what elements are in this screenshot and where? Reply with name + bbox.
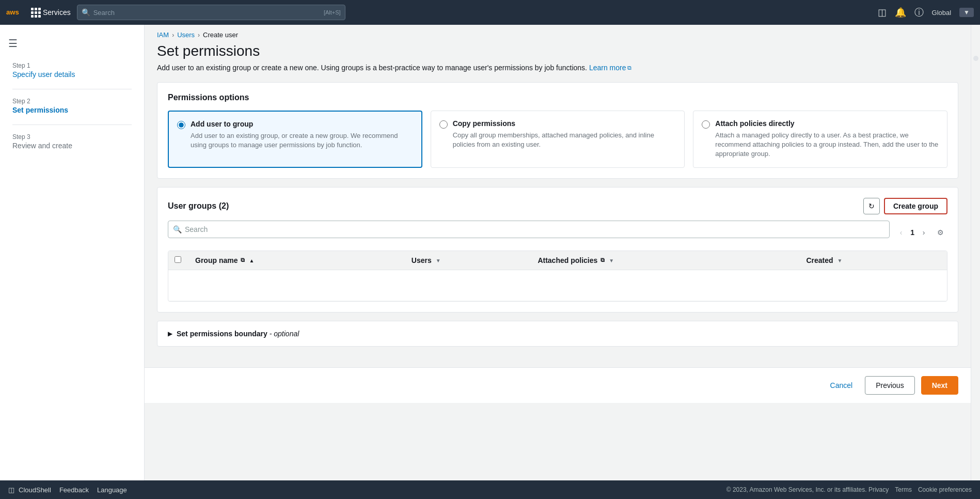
users-sort-icon[interactable]: [434, 257, 441, 263]
step-2-label: Step 2: [12, 98, 132, 105]
perm-radio-attach[interactable]: [702, 120, 710, 159]
perm-option-3-desc: Attach a managed policy directly to a us…: [715, 131, 939, 159]
groups-header: User groups (2) ↻ Create group: [168, 198, 947, 214]
perm-option-add-to-group[interactable]: Add user to group Add user to an existin…: [168, 111, 422, 168]
table-empty-cell: [168, 270, 947, 301]
groups-table-body: [168, 270, 947, 301]
step-list: Step 1 Specify user details Step 2 Set p…: [0, 54, 144, 168]
right-edge-dot: [973, 56, 978, 61]
search-bar[interactable]: 🔍 [Alt+S]: [77, 5, 345, 20]
main-layout: ☰ Step 1 Specify user details Step 2 Set…: [0, 25, 980, 480]
groups-search-wrap: 🔍: [168, 221, 890, 238]
col-attached-policies[interactable]: Attached policies ⧉: [531, 251, 800, 270]
groups-search-icon: 🔍: [173, 225, 182, 233]
step-3-name: Review and create: [12, 142, 132, 150]
bottom-bar-right: © 2023, Amazon Web Services, Inc. or its…: [135, 486, 972, 493]
select-all-checkbox[interactable]: [175, 256, 181, 263]
perm-radio-copy[interactable]: [439, 120, 448, 159]
breadcrumb-iam[interactable]: IAM: [157, 31, 169, 39]
help-icon[interactable]: ⓘ: [914, 6, 924, 19]
aws-logo[interactable]: aws: [6, 6, 25, 20]
perm-option-1-desc: Add user to an existing group, or create…: [191, 131, 413, 150]
step-1-item: Step 1 Specify user details: [12, 62, 132, 79]
terms-link[interactable]: Terms: [895, 486, 912, 493]
breadcrumb-current: Create user: [203, 31, 238, 39]
create-group-button[interactable]: Create group: [884, 198, 947, 214]
bottom-bar: ◫ CloudShell Feedback Language © 2023, A…: [0, 480, 980, 499]
table-empty-row: [168, 270, 947, 301]
cloudshell-label: CloudShell: [19, 486, 51, 494]
search-input[interactable]: [93, 9, 321, 17]
created-sort-icon[interactable]: [835, 257, 843, 263]
step-1-label: Step 1: [12, 62, 132, 69]
permissions-boundary-card: ▶ Set permissions boundary - optional: [157, 321, 958, 347]
page-description: Add user to an existing group or create …: [157, 64, 958, 72]
col-created[interactable]: Created: [800, 251, 947, 270]
step-1-link[interactable]: Specify user details: [12, 70, 75, 79]
attached-policies-sort-icon[interactable]: [607, 257, 614, 263]
groups-title: User groups (2): [168, 201, 229, 211]
col-select-all[interactable]: [168, 251, 189, 270]
page-title: Set permissions: [157, 43, 958, 59]
refresh-button[interactable]: ↻: [863, 198, 880, 214]
perm-option-1-text: Add user to group Add user to an existin…: [191, 120, 413, 159]
notifications-icon[interactable]: 🔔: [895, 7, 906, 18]
perm-option-2-desc: Copy all group memberships, attached man…: [453, 131, 676, 149]
sidebar: ☰ Step 1 Specify user details Step 2 Set…: [0, 25, 145, 480]
sidebar-menu-button[interactable]: ☰: [0, 33, 144, 54]
groups-table-header-row: Group name ⧉ Users: [168, 251, 947, 270]
footer-actions: Cancel Previous Next: [145, 367, 971, 403]
boundary-chevron-icon: ▶: [168, 330, 172, 337]
groups-table: Group name ⧉ Users: [168, 251, 947, 301]
next-page-button[interactable]: ›: [916, 225, 931, 240]
services-nav[interactable]: Services: [31, 8, 71, 18]
groups-search-input[interactable]: [168, 221, 890, 238]
prev-page-button[interactable]: ‹: [894, 225, 908, 240]
breadcrumb-users[interactable]: Users: [177, 31, 195, 39]
footer-links: Privacy Terms Cookie preferences: [868, 486, 972, 493]
search-icon: 🔍: [82, 8, 90, 17]
group-name-external-link-icon: ⧉: [241, 257, 245, 263]
cloudshell-button[interactable]: ◫ CloudShell: [8, 486, 51, 494]
col-group-name[interactable]: Group name ⧉: [189, 251, 405, 270]
groups-table-wrap: Group name ⧉ Users: [168, 251, 947, 302]
feedback-link[interactable]: Feedback: [59, 486, 89, 494]
step-1-divider: [12, 89, 132, 89]
group-name-sort-icon[interactable]: [247, 257, 254, 263]
svg-text:aws: aws: [6, 8, 19, 15]
page-number: 1: [910, 228, 914, 237]
main-content: IAM › Users › Create user Set permission…: [145, 25, 971, 480]
step-3-item: Step 3 Review and create: [12, 133, 132, 150]
language-link[interactable]: Language: [97, 486, 127, 494]
cancel-button[interactable]: Cancel: [824, 377, 859, 394]
previous-button[interactable]: Previous: [865, 376, 914, 395]
services-grid-icon: [31, 8, 41, 18]
perm-option-1-title: Add user to group: [191, 120, 413, 128]
boundary-header[interactable]: ▶ Set permissions boundary - optional: [168, 330, 947, 338]
page-body: Set permissions Add user to an existing …: [145, 43, 971, 367]
col-users[interactable]: Users: [405, 251, 532, 270]
breadcrumb-sep-2: ›: [198, 32, 200, 39]
privacy-link[interactable]: Privacy: [868, 486, 889, 493]
account-menu[interactable]: ▼: [959, 8, 974, 17]
search-shortcut: [Alt+S]: [324, 9, 341, 15]
user-groups-card: User groups (2) ↻ Create group 🔍: [157, 187, 958, 313]
step-3-label: Step 3: [12, 133, 132, 141]
breadcrumb-sep-1: ›: [172, 32, 174, 39]
groups-pagination: ‹ 1 › ⚙: [894, 225, 947, 240]
learn-more-link[interactable]: Learn more ⧉: [589, 64, 632, 72]
cloud-shell-icon[interactable]: ◫: [878, 7, 887, 18]
region-selector[interactable]: Global: [932, 9, 952, 17]
pagination-settings-icon[interactable]: ⚙: [933, 225, 947, 240]
perm-option-attach-directly[interactable]: Attach policies directly Attach a manage…: [693, 111, 947, 168]
next-button[interactable]: Next: [921, 376, 958, 395]
services-label: Services: [43, 8, 71, 17]
external-link-icon: ⧉: [627, 65, 631, 71]
page-desc-text: Add user to an existing group or create …: [157, 64, 587, 72]
cookie-link[interactable]: Cookie preferences: [918, 486, 972, 493]
perm-radio-add-to-group[interactable]: [177, 121, 185, 159]
copyright-text: © 2023, Amazon Web Services, Inc. or its…: [726, 486, 867, 493]
perm-option-copy-permissions[interactable]: Copy permissions Copy all group membersh…: [431, 111, 685, 168]
perm-option-2-text: Copy permissions Copy all group membersh…: [453, 119, 676, 159]
top-navigation: aws Services 🔍 [Alt+S] ◫ 🔔 ⓘ Global ▼: [0, 0, 980, 25]
